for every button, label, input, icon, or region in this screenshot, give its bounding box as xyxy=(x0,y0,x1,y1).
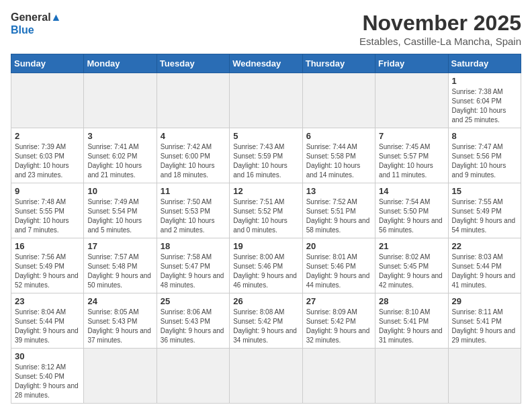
day-info: Sunrise: 7:51 AM Sunset: 5:52 PM Dayligh… xyxy=(233,197,298,235)
day-number: 30 xyxy=(15,351,80,361)
day-number: 3 xyxy=(87,131,152,141)
day-number: 16 xyxy=(15,241,80,251)
day-info: Sunrise: 7:45 AM Sunset: 5:57 PM Dayligh… xyxy=(379,142,444,180)
day-info: Sunrise: 7:44 AM Sunset: 5:58 PM Dayligh… xyxy=(306,142,371,180)
day-number: 1 xyxy=(452,76,517,86)
day-number: 21 xyxy=(379,241,444,251)
day-cell xyxy=(84,349,157,404)
day-info: Sunrise: 7:55 AM Sunset: 5:49 PM Dayligh… xyxy=(452,197,517,235)
day-cell: 11Sunrise: 7:50 AM Sunset: 5:53 PM Dayli… xyxy=(157,183,229,238)
day-number: 14 xyxy=(379,186,444,196)
day-cell: 4Sunrise: 7:42 AM Sunset: 6:00 PM Daylig… xyxy=(157,128,229,183)
day-cell xyxy=(230,349,302,404)
day-number: 12 xyxy=(233,186,298,196)
day-cell xyxy=(157,73,229,128)
day-cell: 6Sunrise: 7:44 AM Sunset: 5:58 PM Daylig… xyxy=(302,128,375,183)
day-number: 28 xyxy=(379,296,444,306)
day-number: 13 xyxy=(306,186,371,196)
day-number: 10 xyxy=(87,186,152,196)
day-cell: 27Sunrise: 8:09 AM Sunset: 5:42 PM Dayli… xyxy=(302,293,375,349)
day-info: Sunrise: 7:52 AM Sunset: 5:51 PM Dayligh… xyxy=(306,197,371,235)
day-number: 23 xyxy=(15,296,80,306)
week-row-4: 16Sunrise: 7:56 AM Sunset: 5:49 PM Dayli… xyxy=(11,238,521,293)
weekday-header-saturday: Saturday xyxy=(448,54,521,73)
day-info: Sunrise: 7:56 AM Sunset: 5:49 PM Dayligh… xyxy=(15,253,80,290)
week-row-1: 1Sunrise: 7:38 AM Sunset: 6:04 PM Daylig… xyxy=(11,73,521,128)
day-info: Sunrise: 7:57 AM Sunset: 5:48 PM Dayligh… xyxy=(87,253,152,290)
weekday-header-tuesday: Tuesday xyxy=(157,54,229,73)
day-info: Sunrise: 8:05 AM Sunset: 5:43 PM Dayligh… xyxy=(87,308,152,345)
day-number: 17 xyxy=(87,241,152,251)
day-info: Sunrise: 7:39 AM Sunset: 6:03 PM Dayligh… xyxy=(15,142,80,180)
day-number: 6 xyxy=(306,131,371,141)
month-title: November 2025 xyxy=(359,11,521,36)
day-number: 20 xyxy=(306,241,371,251)
weekday-header-friday: Friday xyxy=(375,54,448,73)
day-info: Sunrise: 8:08 AM Sunset: 5:42 PM Dayligh… xyxy=(233,308,298,345)
day-cell: 7Sunrise: 7:45 AM Sunset: 5:57 PM Daylig… xyxy=(375,128,448,183)
day-cell: 10Sunrise: 7:49 AM Sunset: 5:54 PM Dayli… xyxy=(84,183,157,238)
title-area: November 2025 Estables, Castille-La Manc… xyxy=(359,11,521,47)
week-row-5: 23Sunrise: 8:04 AM Sunset: 5:44 PM Dayli… xyxy=(11,293,521,349)
day-info: Sunrise: 7:49 AM Sunset: 5:54 PM Dayligh… xyxy=(87,197,152,235)
day-cell xyxy=(375,73,448,128)
day-cell: 23Sunrise: 8:04 AM Sunset: 5:44 PM Dayli… xyxy=(11,293,84,349)
day-cell: 30Sunrise: 8:12 AM Sunset: 5:40 PM Dayli… xyxy=(11,349,84,404)
day-cell: 28Sunrise: 8:10 AM Sunset: 5:41 PM Dayli… xyxy=(375,293,448,349)
day-cell: 21Sunrise: 8:02 AM Sunset: 5:45 PM Dayli… xyxy=(375,238,448,293)
day-cell: 14Sunrise: 7:54 AM Sunset: 5:50 PM Dayli… xyxy=(375,183,448,238)
day-info: Sunrise: 8:11 AM Sunset: 5:41 PM Dayligh… xyxy=(452,308,517,345)
day-cell: 15Sunrise: 7:55 AM Sunset: 5:49 PM Dayli… xyxy=(448,183,521,238)
day-number: 27 xyxy=(306,296,371,306)
day-number: 2 xyxy=(15,131,80,141)
day-info: Sunrise: 8:01 AM Sunset: 5:46 PM Dayligh… xyxy=(306,253,371,290)
day-info: Sunrise: 7:54 AM Sunset: 5:50 PM Dayligh… xyxy=(379,197,444,235)
day-info: Sunrise: 7:42 AM Sunset: 6:00 PM Dayligh… xyxy=(161,142,226,180)
day-cell xyxy=(11,73,84,128)
day-number: 18 xyxy=(161,241,226,251)
day-cell: 22Sunrise: 8:03 AM Sunset: 5:44 PM Dayli… xyxy=(448,238,521,293)
day-info: Sunrise: 7:48 AM Sunset: 5:55 PM Dayligh… xyxy=(15,197,80,235)
day-number: 8 xyxy=(452,131,517,141)
day-cell: 26Sunrise: 8:08 AM Sunset: 5:42 PM Dayli… xyxy=(230,293,302,349)
weekday-header-sunday: Sunday xyxy=(11,54,84,73)
day-cell: 9Sunrise: 7:48 AM Sunset: 5:55 PM Daylig… xyxy=(11,183,84,238)
day-cell: 12Sunrise: 7:51 AM Sunset: 5:52 PM Dayli… xyxy=(230,183,302,238)
day-cell: 19Sunrise: 8:00 AM Sunset: 5:46 PM Dayli… xyxy=(230,238,302,293)
day-number: 15 xyxy=(452,186,517,196)
day-number: 5 xyxy=(233,131,298,141)
day-info: Sunrise: 7:38 AM Sunset: 6:04 PM Dayligh… xyxy=(452,87,517,125)
day-cell: 20Sunrise: 8:01 AM Sunset: 5:46 PM Dayli… xyxy=(302,238,375,293)
day-info: Sunrise: 8:04 AM Sunset: 5:44 PM Dayligh… xyxy=(15,308,80,345)
day-cell xyxy=(302,73,375,128)
day-cell: 3Sunrise: 7:41 AM Sunset: 6:02 PM Daylig… xyxy=(84,128,157,183)
day-number: 11 xyxy=(161,186,226,196)
header: General▲ Blue November 2025 Estables, Ca… xyxy=(11,11,521,47)
day-info: Sunrise: 7:47 AM Sunset: 5:56 PM Dayligh… xyxy=(452,142,517,180)
day-info: Sunrise: 8:12 AM Sunset: 5:40 PM Dayligh… xyxy=(15,363,80,400)
day-info: Sunrise: 8:02 AM Sunset: 5:45 PM Dayligh… xyxy=(379,253,444,290)
day-cell: 29Sunrise: 8:11 AM Sunset: 5:41 PM Dayli… xyxy=(448,293,521,349)
day-number: 7 xyxy=(379,131,444,141)
weekday-header-thursday: Thursday xyxy=(302,54,375,73)
day-cell xyxy=(375,349,448,404)
day-info: Sunrise: 8:06 AM Sunset: 5:43 PM Dayligh… xyxy=(161,308,226,345)
day-cell xyxy=(157,349,229,404)
day-cell: 1Sunrise: 7:38 AM Sunset: 6:04 PM Daylig… xyxy=(448,73,521,128)
weekday-header-wednesday: Wednesday xyxy=(230,54,302,73)
day-info: Sunrise: 8:10 AM Sunset: 5:41 PM Dayligh… xyxy=(379,308,444,345)
week-row-6: 30Sunrise: 8:12 AM Sunset: 5:40 PM Dayli… xyxy=(11,349,521,404)
day-cell xyxy=(448,349,521,404)
day-info: Sunrise: 8:09 AM Sunset: 5:42 PM Dayligh… xyxy=(306,308,371,345)
day-number: 24 xyxy=(87,296,152,306)
day-number: 25 xyxy=(161,296,226,306)
calendar: SundayMondayTuesdayWednesdayThursdayFrid… xyxy=(11,54,521,404)
day-cell xyxy=(230,73,302,128)
day-number: 22 xyxy=(452,241,517,251)
day-cell: 16Sunrise: 7:56 AM Sunset: 5:49 PM Dayli… xyxy=(11,238,84,293)
day-number: 9 xyxy=(15,186,80,196)
day-info: Sunrise: 8:00 AM Sunset: 5:46 PM Dayligh… xyxy=(233,253,298,290)
day-info: Sunrise: 8:03 AM Sunset: 5:44 PM Dayligh… xyxy=(452,253,517,290)
day-number: 4 xyxy=(161,131,226,141)
day-cell: 24Sunrise: 8:05 AM Sunset: 5:43 PM Dayli… xyxy=(84,293,157,349)
